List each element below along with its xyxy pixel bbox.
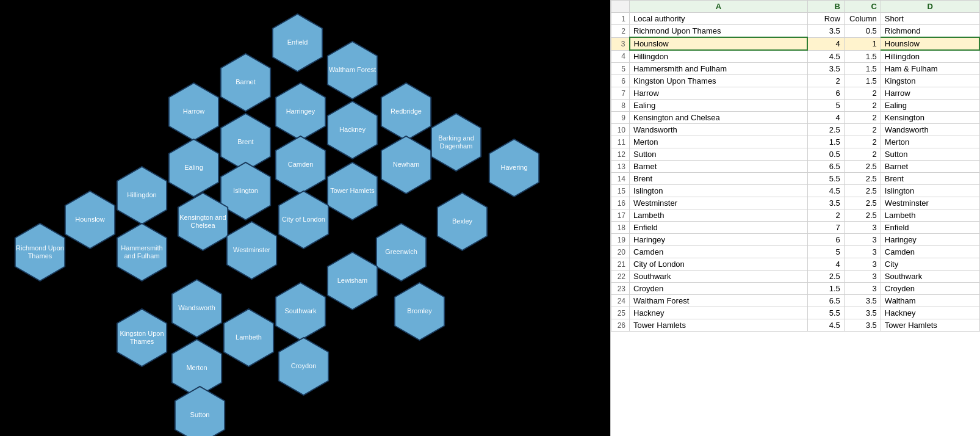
hex-borough-lewisham[interactable]: Lewisham [323, 247, 381, 314]
cell-d-23[interactable]: Croyden [881, 283, 979, 295]
cell-c-17[interactable]: 2.5 [844, 209, 881, 222]
cell-a-15[interactable]: Islington [630, 185, 808, 197]
cell-a-26[interactable]: Tower Hamlets [630, 319, 808, 332]
cell-c-16[interactable]: 2.5 [844, 197, 881, 209]
table-row[interactable]: 25Hackney5.53.5Hackney [611, 307, 980, 319]
cell-a-7[interactable]: Harrow [630, 87, 808, 100]
hex-borough-richmond-upon-thames[interactable]: Richmond Upon Thames [11, 219, 69, 286]
cell-b-11[interactable]: 1.5 [807, 136, 844, 148]
cell-d-21[interactable]: City [881, 258, 979, 271]
cell-b-14[interactable]: 5.5 [807, 173, 844, 185]
hex-borough-newham[interactable]: Newham [377, 131, 435, 198]
table-row[interactable]: 2Richmond Upon Thames3.50.5Richmond [611, 25, 980, 38]
table-row[interactable]: 24Waltham Forest6.53.5Waltham [611, 295, 980, 307]
cell-a-4[interactable]: Hillingdon [630, 50, 808, 63]
cell-d-3[interactable]: Hounslow [881, 37, 979, 50]
table-row[interactable]: 19Haringey63Haringey [611, 234, 980, 246]
cell-d-12[interactable]: Sutton [881, 148, 979, 161]
cell-b-6[interactable]: 2 [807, 75, 844, 87]
hex-borough-bexley[interactable]: Bexley [433, 188, 491, 255]
cell-a-10[interactable]: Wandsworth [630, 124, 808, 136]
table-row[interactable]: 4Hillingdon4.51.5Hillingdon [611, 50, 980, 63]
cell-c-20[interactable]: 3 [844, 246, 881, 258]
table-row[interactable]: 8Ealing52Ealing [611, 100, 980, 112]
cell-c-12[interactable]: 2 [844, 148, 881, 161]
table-row[interactable]: 16Westminster3.52.5Westminster [611, 197, 980, 209]
cell-c-6[interactable]: 1.5 [844, 75, 881, 87]
col-header-c[interactable]: C [844, 1, 881, 13]
cell-d-25[interactable]: Hackney [881, 307, 979, 319]
cell-a-16[interactable]: Westminster [630, 197, 808, 209]
cell-c-11[interactable]: 2 [844, 136, 881, 148]
cell-c-9[interactable]: 2 [844, 112, 881, 124]
cell-d-11[interactable]: Merton [881, 136, 979, 148]
cell-d-9[interactable]: Kensington [881, 112, 979, 124]
table-row[interactable]: 15Islington4.52.5Islington [611, 185, 980, 197]
cell-a-25[interactable]: Hackney [630, 307, 808, 319]
cell-a-12[interactable]: Sutton [630, 148, 808, 161]
cell-d-7[interactable]: Harrow [881, 87, 979, 100]
cell-c-26[interactable]: 3.5 [844, 319, 881, 332]
table-row[interactable]: 17Lambeth22.5Lambeth [611, 209, 980, 222]
cell-b-4[interactable]: 4.5 [807, 50, 844, 63]
cell-a-5[interactable]: Hammersmith and Fulham [630, 63, 808, 75]
cell-a-20[interactable]: Camden [630, 246, 808, 258]
cell-a-3[interactable]: Hounslow [630, 37, 808, 50]
cell-b-7[interactable]: 6 [807, 87, 844, 100]
cell-c-2[interactable]: 0.5 [844, 25, 881, 38]
cell-b-10[interactable]: 2.5 [807, 124, 844, 136]
hex-borough-hackney[interactable]: Hackney [323, 96, 381, 164]
cell-c-13[interactable]: 2.5 [844, 161, 881, 173]
hex-borough-kingston-upon-thames[interactable]: Kingston Upon Thames [113, 304, 171, 371]
cell-a-17[interactable]: Lambeth [630, 209, 808, 222]
cell-d-16[interactable]: Westminster [881, 197, 979, 209]
cell-c-21[interactable]: 3 [844, 258, 881, 271]
cell-b-26[interactable]: 4.5 [807, 319, 844, 332]
cell-b-8[interactable]: 5 [807, 100, 844, 112]
cell-c-10[interactable]: 2 [844, 124, 881, 136]
hex-borough-hounslow[interactable]: Hounslow [61, 186, 119, 253]
hex-borough-sutton[interactable]: Sutton [171, 382, 229, 436]
cell-b-22[interactable]: 2.5 [807, 271, 844, 283]
cell-b-13[interactable]: 6.5 [807, 161, 844, 173]
hex-borough-lambeth[interactable]: Lambeth [220, 304, 278, 371]
cell-d-26[interactable]: Tower Hamlets [881, 319, 979, 332]
cell-d-24[interactable]: Waltham [881, 295, 979, 307]
cell-d-4[interactable]: Hillingdon [881, 50, 979, 63]
cell-a-23[interactable]: Croyden [630, 283, 808, 295]
table-row[interactable]: 20Camden53Camden [611, 246, 980, 258]
cell-c-24[interactable]: 3.5 [844, 295, 881, 307]
hex-borough-city-of-london[interactable]: City of London [275, 186, 333, 253]
cell-b-15[interactable]: 4.5 [807, 185, 844, 197]
cell-b-16[interactable]: 3.5 [807, 197, 844, 209]
cell-b-19[interactable]: 6 [807, 234, 844, 246]
cell-a-6[interactable]: Kingston Upon Thames [630, 75, 808, 87]
hex-borough-waltham-forest[interactable]: Waltham Forest [323, 37, 381, 104]
cell-1a[interactable]: Local authority [630, 13, 808, 25]
cell-d-20[interactable]: Camden [881, 246, 979, 258]
cell-b-18[interactable]: 7 [807, 222, 844, 234]
table-row[interactable]: 10Wandsworth2.52Wandsworth [611, 124, 980, 136]
cell-d-5[interactable]: Ham & Fulham [881, 63, 979, 75]
table-row[interactable]: 21City of London43City [611, 258, 980, 271]
hex-borough-barking-and-dagenham[interactable]: Barking and Dagenham [427, 109, 485, 176]
table-row[interactable]: 23Croyden1.53Croyden [611, 283, 980, 295]
cell-a-13[interactable]: Barnet [630, 161, 808, 173]
table-row[interactable]: 3Hounslow41Hounslow [611, 37, 980, 50]
cell-c-25[interactable]: 3.5 [844, 307, 881, 319]
table-row[interactable]: 13Barnet6.52.5Barnet [611, 161, 980, 173]
table-row[interactable]: 5Hammersmith and Fulham3.51.5Ham & Fulha… [611, 63, 980, 75]
cell-b-20[interactable]: 5 [807, 246, 844, 258]
cell-b-3[interactable]: 4 [807, 37, 844, 50]
col-header-b[interactable]: B [807, 1, 844, 13]
cell-d-22[interactable]: Southwark [881, 271, 979, 283]
cell-1b[interactable]: Row [807, 13, 844, 25]
cell-c-23[interactable]: 3 [844, 283, 881, 295]
col-header-d[interactable]: D [881, 1, 979, 13]
cell-c-19[interactable]: 3 [844, 234, 881, 246]
cell-b-12[interactable]: 0.5 [807, 148, 844, 161]
table-row[interactable]: 11Merton1.52Merton [611, 136, 980, 148]
table-row[interactable]: 26Tower Hamlets4.53.5Tower Hamlets [611, 319, 980, 332]
cell-a-8[interactable]: Ealing [630, 100, 808, 112]
cell-c-3[interactable]: 1 [844, 37, 881, 50]
